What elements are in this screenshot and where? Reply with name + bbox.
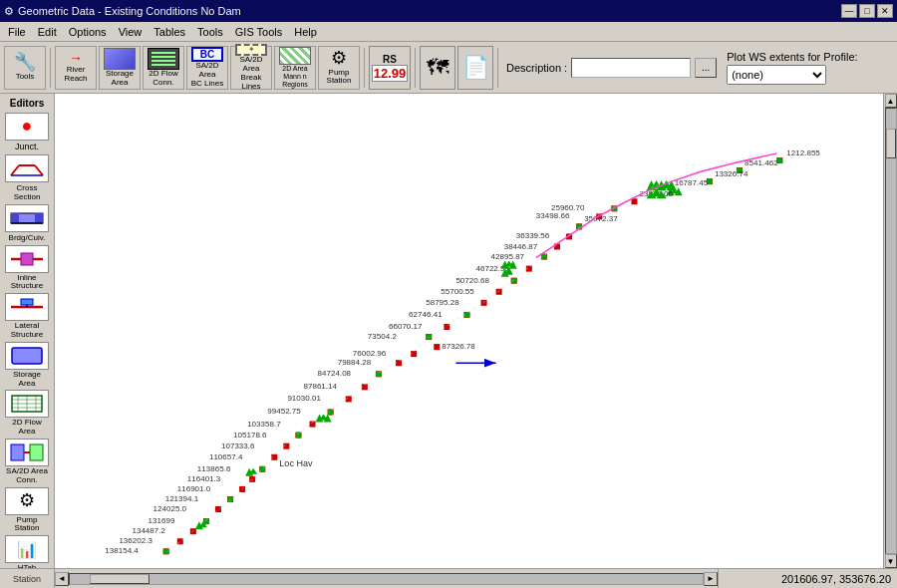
svg-text:91030.01: 91030.01: [287, 394, 321, 403]
2d-flow-conn-button[interactable]: 2D FlowConn.: [143, 46, 184, 90]
svg-rect-13: [12, 348, 42, 364]
canvas-area[interactable]: 1212.855 8541.462 13326.74 16787.45: [55, 94, 897, 568]
close-button[interactable]: ✕: [877, 4, 893, 18]
sidebar-item-inline-structure[interactable]: InlineStructure: [3, 245, 51, 292]
2d-mann-regions-button[interactable]: 2D AreaMann nRegions: [274, 46, 316, 90]
station-label: Station: [0, 569, 55, 588]
svg-rect-69: [496, 289, 502, 295]
scroll-track-h: [69, 573, 704, 585]
horizontal-scrollbar[interactable]: ◄ ►: [55, 572, 718, 586]
svg-text:138154.4: 138154.4: [105, 546, 139, 555]
pump-station-sidebar-icon: ⚙: [5, 487, 49, 515]
storage-area-button[interactable]: StorageArea: [99, 46, 141, 90]
scroll-thumb-v[interactable]: [886, 129, 896, 158]
scroll-left-button[interactable]: ◄: [55, 572, 69, 586]
minimize-button[interactable]: —: [841, 4, 857, 18]
sidebar-item-storage-area[interactable]: StorageArea: [3, 342, 51, 389]
svg-rect-90: [396, 360, 402, 366]
window-controls: — □ ✕: [841, 4, 893, 18]
main-area: Editors ● Junct. CrossSection: [0, 94, 897, 568]
profile-select[interactable]: (none): [727, 65, 826, 85]
svg-text:134487.2: 134487.2: [132, 526, 165, 535]
svg-rect-86: [434, 344, 440, 350]
lateral-structure-icon: [5, 293, 49, 321]
svg-text:121394.1: 121394.1: [165, 494, 199, 503]
description-section: Description : ...: [506, 58, 717, 78]
svg-rect-22: [30, 444, 43, 460]
menu-help[interactable]: Help: [288, 24, 323, 40]
sa-2d-bc-lines-button[interactable]: BC SA/2D AreaBC Lines: [186, 46, 228, 90]
2d-flow-area-icon: [5, 390, 49, 418]
sidebar-item-cross-section[interactable]: CrossSection: [3, 154, 51, 202]
sa-2d-conn-icon: [5, 439, 49, 466]
map-button-1[interactable]: 🗺: [420, 46, 455, 90]
menu-file[interactable]: File: [2, 24, 32, 40]
scroll-right-button[interactable]: ►: [704, 572, 718, 586]
svg-text:13326.74: 13326.74: [715, 169, 748, 178]
svg-rect-12: [21, 299, 33, 305]
svg-rect-21: [11, 444, 24, 460]
rs-box: RS 12.99: [369, 46, 411, 90]
svg-text:76002.96: 76002.96: [353, 349, 387, 358]
svg-rect-5: [11, 213, 19, 223]
menu-tables[interactable]: Tables: [148, 24, 191, 40]
editors-label: Editors: [10, 96, 44, 111]
description-ellipsis-button[interactable]: ...: [695, 58, 717, 78]
menu-view[interactable]: View: [113, 24, 149, 40]
sidebar-item-junction[interactable]: ● Junct.: [3, 113, 51, 152]
sidebar-item-sa-2d-conn[interactable]: SA/2D AreaConn.: [3, 439, 51, 485]
svg-text:1212.855: 1212.855: [786, 148, 820, 157]
menu-edit[interactable]: Edit: [32, 24, 63, 40]
sidebar-item-lateral-structure[interactable]: LateralStructure: [3, 293, 51, 340]
vertical-scrollbar[interactable]: ▲ ▼: [883, 94, 897, 568]
title-bar: ⚙ Geometric Data - Existing Conditions N…: [0, 0, 897, 22]
tools-button[interactable]: 🔧 Tools: [4, 46, 46, 90]
svg-text:50720.68: 50720.68: [455, 276, 489, 285]
scroll-down-button[interactable]: ▼: [885, 554, 897, 568]
description-input[interactable]: [571, 58, 691, 78]
geometry-canvas: 1212.855 8541.462 13326.74 16787.45: [55, 94, 897, 568]
menu-gis-tools[interactable]: GIS Tools: [229, 24, 289, 40]
htab-icon: 📊: [5, 535, 49, 563]
svg-text:107333.6: 107333.6: [221, 441, 255, 450]
menu-options[interactable]: Options: [63, 24, 113, 40]
svg-text:124025.0: 124025.0: [153, 504, 187, 513]
sidebar: Editors ● Junct. CrossSection: [0, 94, 55, 568]
svg-text:116401.3: 116401.3: [187, 474, 221, 483]
svg-point-123: [227, 496, 233, 502]
svg-text:42895.87: 42895.87: [491, 252, 525, 261]
sa-2d-break-lines-button[interactable]: ✦ SA/2D AreaBreak Lines: [230, 46, 272, 90]
app-icon: ⚙: [4, 5, 14, 18]
svg-text:87861.14: 87861.14: [303, 382, 337, 391]
map-button-2[interactable]: 📄: [457, 46, 493, 90]
window-title: Geometric Data - Existing Conditions No …: [18, 5, 241, 17]
svg-rect-125: [215, 506, 221, 512]
pump-station-button[interactable]: ⚙ PumpStation: [318, 46, 360, 90]
river-reach-button[interactable]: → RiverReach: [55, 46, 97, 90]
svg-text:→: →: [476, 358, 485, 368]
svg-text:105178.6: 105178.6: [233, 431, 267, 440]
toolbar-separator-4: [497, 48, 498, 88]
svg-rect-6: [35, 213, 43, 223]
sidebar-item-pump-station[interactable]: ⚙ PumpStation: [3, 487, 51, 534]
cross-section-icon: [5, 154, 49, 182]
rs-value: 12.99: [372, 65, 408, 82]
scroll-thumb-h[interactable]: [90, 574, 150, 584]
sidebar-item-htab[interactable]: 📊 HTabParam.: [3, 535, 51, 568]
maximize-button[interactable]: □: [859, 4, 875, 18]
sidebar-item-bridge-culvert[interactable]: Brdg/Culv.: [3, 204, 51, 243]
svg-text:113865.6: 113865.6: [197, 464, 231, 473]
svg-text:110657.4: 110657.4: [209, 452, 243, 461]
svg-point-96: [376, 371, 382, 377]
toolbar-separator-3: [415, 48, 416, 88]
toolbar: 🔧 Tools → RiverReach StorageArea 2D Flow…: [0, 42, 897, 94]
svg-text:84724.08: 84724.08: [318, 369, 352, 378]
svg-rect-76: [481, 300, 487, 306]
profile-label: Plot WS extents for Profile:: [727, 51, 857, 63]
svg-text:99452.75: 99452.75: [267, 407, 301, 416]
scroll-up-button[interactable]: ▲: [885, 94, 897, 108]
svg-point-79: [463, 312, 469, 318]
svg-text:79884.28: 79884.28: [338, 358, 372, 367]
menu-tools[interactable]: Tools: [191, 24, 229, 40]
sidebar-item-2d-flow-area[interactable]: 2D FlowArea: [3, 390, 51, 437]
